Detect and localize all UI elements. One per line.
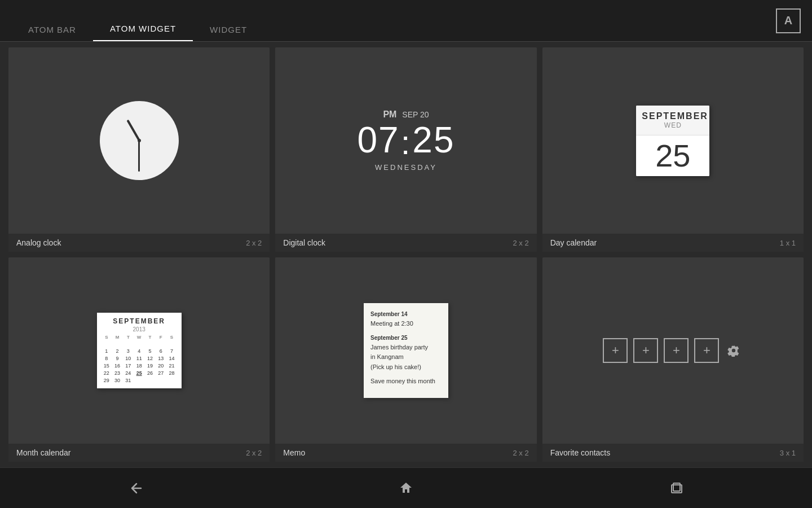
day-cal-header: SEPTEMBER WED [636,106,709,135]
digital-clock-label: Digital clock [283,238,325,247]
month-calendar-size: 2 x 2 [246,449,262,457]
tab-atom-widget[interactable]: ATOM WIDGET [93,24,193,41]
widget-card-analog-clock[interactable]: Analog clock 2 x 2 [8,47,270,252]
widget-grid: Analog clock 2 x 2 PM SEP 20 07:25 WEDNE… [8,47,804,462]
contact-slot-1[interactable]: + [603,338,628,363]
memo-size: 2 x 2 [513,449,528,457]
contact-slot-2[interactable]: + [633,338,658,363]
widget-card-month-calendar[interactable]: SEPTEMBER 2013 S M T W T F S . . . [8,257,270,462]
widget-card-memo[interactable]: September 14 Meeting at 2:30 September 2… [275,257,536,462]
contact-slot-4[interactable]: + [694,338,719,363]
day-header-s2: S [166,335,176,340]
day-header-m: M [112,335,122,340]
day-calendar-footer: Day calendar 1 x 1 [542,234,804,252]
digital-clock-display: PM SEP 20 07:25 WEDNESDAY [357,110,454,172]
digital-date: SEP 20 [402,110,429,119]
contact-slot-3[interactable]: + [664,338,689,363]
day-cal-month: SEPTEMBER [642,111,704,121]
day-cal-dow: WED [642,121,704,129]
account-icon[interactable]: A [776,8,801,33]
day-calendar-size: 1 x 1 [780,239,796,247]
tab-widget[interactable]: WIDGET [193,25,264,41]
month-cal-title: SEPTEMBER [102,317,177,325]
analog-clock-label: Analog clock [16,238,61,247]
favorite-contacts-preview: + + + + [542,257,804,444]
day-cal-date: 25 [641,140,705,172]
favorite-contacts-label: Favorite contacts [550,448,611,457]
day-header-t1: T [123,335,133,340]
digital-hour: 07 [357,120,399,160]
favorite-contacts-footer: Favorite contacts 3 x 1 [542,444,804,462]
digital-clock-time: 07:25 [357,122,454,160]
analog-clock-size: 2 x 2 [246,239,262,247]
day-header-s1: S [102,335,112,340]
day-calendar-preview: SEPTEMBER WED 25 [542,47,804,234]
digital-colon: : [401,124,412,161]
day-calendar-display: SEPTEMBER WED 25 [636,106,709,176]
digital-day: WEDNESDAY [357,163,454,172]
widget-card-favorite-contacts[interactable]: + + + + Favorite contacts 3 x 1 [542,257,804,462]
back-button[interactable] [125,478,145,498]
analog-clock-preview [8,47,270,234]
analog-clock-footer: Analog clock 2 x 2 [8,234,270,252]
day-header-f: F [156,335,166,340]
memo-label: Memo [283,448,305,457]
month-calendar-preview: SEPTEMBER 2013 S M T W T F S . . . [8,257,270,444]
digital-clock-top: PM SEP 20 [357,110,454,120]
header: ATOM BAR ATOM WIDGET WIDGET A [0,0,812,42]
clock-center [138,139,141,142]
tab-atom-bar[interactable]: ATOM BAR [11,25,93,41]
memo-entry-3: Save money this month [370,376,442,387]
day-header-t2: T [145,335,155,340]
memo-entry-2: September 25 James birthday partyin Kang… [370,334,442,373]
month-calendar-footer: Month calendar 2 x 2 [8,444,270,462]
bottom-nav [0,467,812,508]
memo-preview: September 14 Meeting at 2:30 September 2… [275,257,536,444]
widget-card-digital-clock[interactable]: PM SEP 20 07:25 WEDNESDAY Digital clock … [275,47,536,252]
digital-clock-preview: PM SEP 20 07:25 WEDNESDAY [275,47,536,234]
digital-ampm: PM [383,110,396,119]
month-cal-grid: S M T W T F S . . . . . . . [102,335,177,384]
minute-hand [138,141,140,172]
memo-entry-1: September 14 Meeting at 2:30 [370,310,442,329]
digital-minute: 25 [412,120,454,160]
month-calendar-label: Month calendar [16,448,71,457]
digital-clock-size: 2 x 2 [513,239,528,247]
main-content: Analog clock 2 x 2 PM SEP 20 07:25 WEDNE… [0,42,812,467]
favorite-contacts-size: 3 x 1 [780,449,796,457]
recents-button[interactable] [667,478,687,498]
memo-footer: Memo 2 x 2 [275,444,536,462]
widget-card-day-calendar[interactable]: SEPTEMBER WED 25 Day calendar 1 x 1 [542,47,804,252]
day-calendar-label: Day calendar [550,238,597,247]
month-calendar-display: SEPTEMBER 2013 S M T W T F S . . . [97,313,182,388]
contacts-settings-icon[interactable] [725,341,743,360]
hour-hand [126,120,140,141]
day-header-w: W [134,335,144,340]
digital-clock-footer: Digital clock 2 x 2 [275,234,536,252]
analog-clock-face [100,101,179,180]
memo-display: September 14 Meeting at 2:30 September 2… [364,303,448,398]
month-cal-year: 2013 [102,326,177,332]
day-cal-body: 25 [636,135,709,176]
home-button[interactable] [396,478,416,498]
favorite-contacts-display: + + + + [603,338,743,363]
